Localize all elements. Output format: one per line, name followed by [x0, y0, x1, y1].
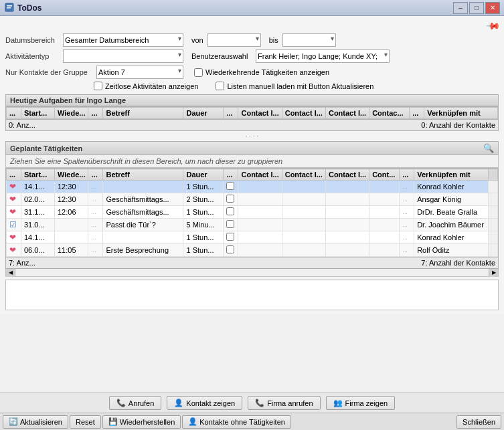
cell-wiede: 12:30 — [55, 193, 88, 206]
manual-load-checkbox[interactable] — [216, 82, 224, 90]
pth-dots[interactable]: ... — [7, 169, 21, 181]
cell-wiede: 11:05 — [55, 244, 88, 257]
reset-button[interactable]: Reset — [70, 415, 101, 429]
minimize-button[interactable]: – — [453, 2, 468, 14]
cell-verknuepfen: Dr. Joachim Bäumer — [414, 219, 489, 231]
cell-wiede — [55, 219, 88, 231]
firma-zeigen-icon: 👥 — [333, 399, 343, 407]
th-contac[interactable]: Contac... — [369, 108, 410, 119]
cell-start: 02.0... — [21, 193, 55, 206]
splitter[interactable]: · · · · — [5, 132, 499, 140]
check-icon: ☑ — [9, 220, 17, 229]
cell-dots2[interactable]: ... — [400, 219, 414, 231]
pth-dots4[interactable]: ... — [400, 169, 414, 181]
pth-start[interactable]: Start... — [21, 169, 55, 181]
scroll-left-btn[interactable]: ◀ — [6, 269, 15, 277]
th-dots[interactable]: ... — [7, 108, 21, 119]
firma-zeigen-button[interactable]: 👥 Firma zeigen — [326, 396, 396, 410]
th-wiede[interactable]: Wiede... — [55, 108, 88, 119]
cell-dots[interactable]: ... — [88, 219, 103, 231]
schliessen-button[interactable]: Schließen — [456, 415, 501, 429]
pth-cont[interactable]: Cont... — [369, 169, 400, 181]
cell-start: 14.1... — [21, 181, 55, 193]
th-contact1[interactable]: Contact I... — [238, 108, 282, 119]
pth-scroll — [489, 169, 498, 181]
th-dauer[interactable]: Dauer — [183, 108, 224, 119]
activity-type-select[interactable] — [63, 49, 183, 63]
table-row[interactable]: ☑ 31.0... ... Passt die Tür`? 5 Minu... … — [7, 219, 498, 231]
recurring-checkbox[interactable] — [194, 68, 203, 77]
maximize-button[interactable]: □ — [469, 2, 484, 14]
cell-cb[interactable] — [224, 219, 238, 231]
table-row[interactable]: ❤ 14.1... ... 1 Stun... ... Konrad Kohle… — [7, 231, 498, 244]
cell-cb[interactable] — [224, 181, 238, 193]
timeless-checkbox[interactable] — [94, 82, 102, 90]
pth-contact2[interactable]: Contact I... — [282, 169, 325, 181]
cell-wiede: 12:30 — [55, 181, 88, 193]
date-range-select[interactable]: Gesamter Datumsbereich — [63, 33, 183, 47]
pth-contact3[interactable]: Contact I... — [325, 169, 369, 181]
pth-dots3[interactable]: ... — [224, 169, 238, 181]
scroll-right-btn[interactable]: ▶ — [489, 269, 498, 277]
app-icon — [4, 2, 15, 14]
pth-contact1[interactable]: Contact I... — [238, 169, 282, 181]
cell-c3 — [325, 193, 369, 206]
th-contact3[interactable]: Contact I... — [325, 108, 369, 119]
user-select[interactable]: Frank Heiler; Ingo Lange; Kunde XY; Mark… — [256, 49, 390, 63]
cell-dots2[interactable]: ... — [400, 193, 414, 206]
cell-dots2[interactable]: ... — [400, 244, 414, 257]
group-select[interactable]: Aktion 7 — [96, 66, 183, 79]
cell-dots2[interactable]: ... — [400, 181, 414, 193]
planned-section-header: Geplante Tätigkeiten 🔍 — [5, 141, 499, 155]
table-row[interactable]: ❤ 02.0... 12:30 ... Geschäftsmittags... … — [7, 193, 498, 206]
wiederherstellen-button[interactable]: 💾 Wiederherstellen — [102, 415, 181, 429]
cell-dots2[interactable]: ... — [400, 231, 414, 244]
pth-dauer[interactable]: Dauer — [183, 169, 224, 181]
cell-betreff: Geschäftsmittags... — [103, 206, 183, 219]
table-row[interactable]: ❤ 31.1... 12:06 ... Geschäftsmittags... … — [7, 206, 498, 219]
th-dots3[interactable]: ... — [224, 108, 238, 119]
cell-c4 — [369, 231, 400, 244]
aktualisieren-button[interactable]: 🔄 Aktualisieren — [3, 415, 68, 429]
cell-verknuepfen: Konrad Kohler — [414, 181, 489, 193]
cell-c1 — [238, 206, 282, 219]
close-button[interactable]: ✕ — [485, 2, 500, 14]
cell-dots[interactable]: ... — [88, 193, 103, 206]
group-label: Nur Kontakte der Gruppe — [5, 68, 92, 76]
bis-select[interactable] — [282, 33, 336, 47]
kontakt-zeigen-button[interactable]: 👤 Kontakt zeigen — [167, 396, 242, 410]
cell-dots2[interactable]: ... — [400, 206, 414, 219]
pth-verknuepfen[interactable]: Verknüpfen mit — [414, 169, 489, 181]
pth-dots2[interactable]: ... — [88, 169, 103, 181]
pin-icon[interactable]: 📌 — [485, 17, 501, 33]
anrufen-button[interactable]: 📞 Anrufen — [109, 396, 162, 410]
search-icon[interactable]: 🔍 — [483, 143, 494, 153]
th-contact2[interactable]: Contact I... — [282, 108, 325, 119]
cell-cb[interactable] — [224, 206, 238, 219]
cell-dots[interactable]: ... — [88, 244, 103, 257]
th-start[interactable]: Start... — [21, 108, 55, 119]
pth-wiede[interactable]: Wiede... — [55, 169, 88, 181]
pth-betreff[interactable]: Betreff — [103, 169, 183, 181]
th-dots4[interactable]: ... — [410, 108, 424, 119]
cell-dots[interactable]: ... — [88, 181, 103, 193]
firma-anrufen-button[interactable]: 📞 Firma anrufen — [248, 396, 320, 410]
th-dots2[interactable]: ... — [88, 108, 103, 119]
cell-c4 — [369, 206, 400, 219]
th-betreff[interactable]: Betreff — [103, 108, 183, 119]
cell-cb[interactable] — [224, 231, 238, 244]
cell-c1 — [238, 231, 282, 244]
cell-icon: ❤ — [7, 231, 21, 244]
cell-start: 14.1... — [21, 231, 55, 244]
table-row[interactable]: ❤ 14.1... 12:30 ... 1 Stun... ... Konrad… — [7, 181, 498, 193]
cell-dots[interactable]: ... — [88, 231, 103, 244]
cell-betreff: Geschäftsmittags... — [103, 193, 183, 206]
kontakte-ohne-button[interactable]: 👤 Kontakte ohne Tätigkeiten — [182, 415, 291, 429]
table-row[interactable]: ❤ 06.0... 11:05 ... Erste Besprechung 1 … — [7, 244, 498, 257]
von-select[interactable] — [207, 33, 261, 47]
cell-dots[interactable]: ... — [88, 206, 103, 219]
cell-cb[interactable] — [224, 193, 238, 206]
cell-cb[interactable] — [224, 244, 238, 257]
th-verknuepfen[interactable]: Verknüpfen mit — [424, 108, 498, 119]
horizontal-scrollbar[interactable]: ◀ ▶ — [5, 269, 499, 277]
